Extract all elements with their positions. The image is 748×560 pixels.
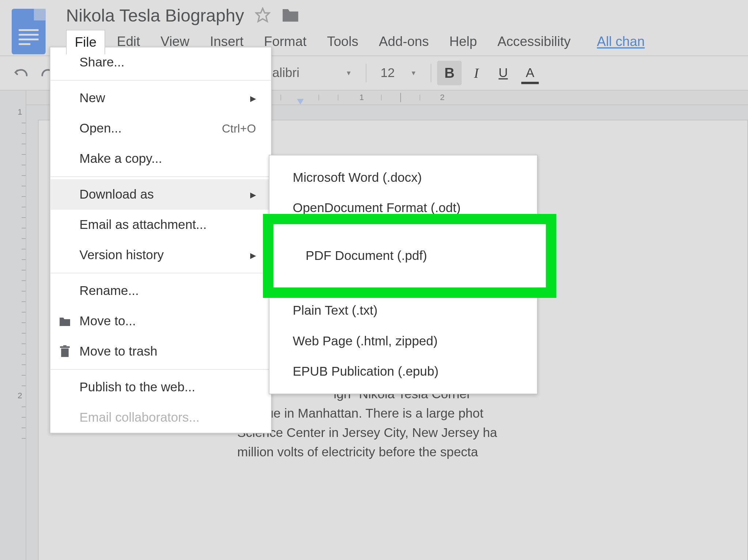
- submenu-odt[interactable]: OpenDocument Format (.odt): [270, 193, 537, 223]
- submenu-html[interactable]: Web Page (.html, zipped): [270, 326, 537, 356]
- menu-addons[interactable]: Add-ons: [370, 29, 438, 54]
- submenu-pdf[interactable]: PDF Document (.pdf): [274, 224, 546, 287]
- document-title[interactable]: Nikola Tesla Biography: [66, 6, 244, 26]
- text-color-button[interactable]: A: [518, 61, 542, 85]
- file-menu-move-to[interactable]: Move to...: [50, 306, 271, 336]
- file-menu-publish-web[interactable]: Publish to the web...: [50, 372, 271, 402]
- submenu-docx[interactable]: Microsoft Word (.docx): [270, 162, 537, 193]
- chevron-right-icon: ▶: [250, 94, 256, 103]
- trash-icon: [57, 345, 73, 358]
- italic-button[interactable]: I: [464, 61, 489, 85]
- svg-marker-0: [256, 8, 269, 21]
- vertical-ruler: 1 2: [0, 91, 26, 560]
- folder-icon: [57, 316, 73, 327]
- submenu-txt[interactable]: Plain Text (.txt): [270, 296, 537, 326]
- all-changes-link[interactable]: All chan: [597, 34, 645, 50]
- chevron-right-icon: ▶: [250, 251, 256, 260]
- star-icon[interactable]: [255, 7, 270, 25]
- file-menu-rename[interactable]: Rename...: [50, 276, 271, 306]
- font-size-label: 12: [381, 65, 395, 81]
- submenu-epub[interactable]: EPUB Publication (.epub): [270, 356, 537, 387]
- docs-logo-icon[interactable]: [12, 9, 46, 54]
- file-menu-download-as[interactable]: Download as▶: [50, 179, 271, 210]
- bold-button[interactable]: B: [437, 61, 462, 85]
- highlight-annotation: PDF Document (.pdf): [263, 214, 556, 298]
- file-menu-move-trash[interactable]: Move to trash: [50, 337, 271, 367]
- doc-text: million volts of electricity before the …: [237, 445, 478, 459]
- menu-file[interactable]: File: [66, 30, 105, 54]
- svg-rect-1: [61, 348, 69, 357]
- file-menu-make-copy[interactable]: Make a copy...: [50, 144, 271, 174]
- doc-text: Avenue in Manhattan. There is a large ph…: [237, 406, 484, 421]
- underline-button[interactable]: U: [491, 61, 515, 85]
- chevron-right-icon: ▶: [250, 190, 256, 199]
- shortcut-label: Ctrl+O: [222, 122, 256, 135]
- file-menu-new[interactable]: New▶: [50, 83, 271, 113]
- menu-tools[interactable]: Tools: [318, 29, 367, 54]
- menu-help[interactable]: Help: [440, 29, 486, 54]
- indent-marker-icon[interactable]: [297, 99, 304, 104]
- font-size-select[interactable]: 12▼: [372, 61, 425, 85]
- doc-text: Science Center in Jersey City, New Jerse…: [237, 425, 497, 440]
- menu-accessibility[interactable]: Accessibility: [489, 29, 579, 54]
- file-menu-email-attachment[interactable]: Email as attachment...: [50, 210, 271, 240]
- undo-button[interactable]: [9, 61, 33, 85]
- file-menu-dropdown: Share... New▶ Open...Ctrl+O Make a copy.…: [50, 47, 272, 433]
- file-menu-open[interactable]: Open...Ctrl+O: [50, 113, 271, 143]
- file-menu-email-collaborators: Email collaborators...: [50, 402, 271, 433]
- svg-rect-2: [60, 346, 69, 348]
- folder-icon[interactable]: [281, 7, 299, 25]
- file-menu-version-history[interactable]: Version history▶: [50, 240, 271, 271]
- svg-rect-3: [63, 345, 66, 346]
